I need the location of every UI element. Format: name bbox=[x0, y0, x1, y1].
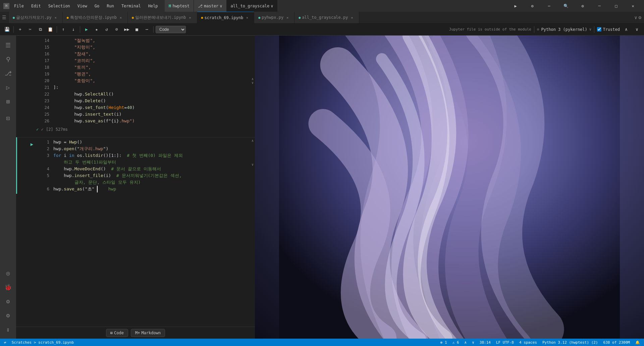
menu-file[interactable]: File bbox=[11, 3, 26, 9]
activity-btn-explorer[interactable]: ☰ bbox=[1, 38, 15, 52]
run-all-btn[interactable]: ★ bbox=[92, 25, 101, 34]
file-tabs-actions: ∨ ⚙ bbox=[632, 15, 644, 20]
kernel-chevron[interactable]: ∨ bbox=[589, 27, 592, 32]
cell-2-content[interactable]: 1 hwp = Hwp() 2 hwp.open("개구리.hwp") 3 fo… bbox=[37, 137, 250, 194]
tabs-settings-btn[interactable]: ⚙ bbox=[639, 15, 641, 20]
nav-up-btn[interactable]: ∧ bbox=[622, 25, 631, 34]
code-line-c2-3: 3 for i in os.listdir()[1:]: # 첫 번째(0) 파… bbox=[40, 152, 248, 159]
status-remote[interactable]: ⇌ bbox=[3, 340, 8, 345]
active-tab-name: all_to_grayscale bbox=[231, 4, 270, 8]
menu-edit[interactable]: Edit bbox=[29, 3, 44, 9]
scroll-down-1[interactable]: ∨ bbox=[252, 81, 254, 84]
scroll-down-2[interactable]: ∨ bbox=[252, 163, 254, 166]
code-26e: .hwp") bbox=[119, 118, 135, 124]
code-line-c2-5: 5 hwp.insert_file(i) # 문서끼워넣기(기본값은 섹션, bbox=[40, 172, 248, 179]
status-notifications[interactable]: 🔔 bbox=[634, 340, 641, 345]
file-tab-close-5[interactable]: ✕ bbox=[285, 15, 290, 20]
markdown-type-btn[interactable]: M+ Markdown bbox=[131, 329, 165, 337]
status-encoding[interactable]: LF UTF-8 bbox=[495, 340, 515, 345]
file-tab-5[interactable]: ● pyhwpx.py ✕ bbox=[254, 12, 294, 23]
cell-1-content[interactable]: 14 "절녹범", 15 "지렁이", 16 "참새", 17 bbox=[37, 36, 250, 126]
activity-btn-scm[interactable]: ⎇ bbox=[1, 66, 15, 80]
file-tab-close-3[interactable]: ✕ bbox=[187, 15, 193, 20]
status-nav-down[interactable]: ∨ bbox=[471, 340, 476, 345]
kernel-name[interactable]: Python 3 (pykernel) bbox=[541, 27, 587, 32]
more-tb-btn[interactable]: ⋯ bbox=[143, 25, 151, 34]
file-tab-6[interactable]: ● all_to_grayscale.py ✕ bbox=[294, 12, 359, 23]
tabs-more-btn[interactable]: ∨ bbox=[634, 15, 637, 20]
scroll-up-2[interactable]: ∧ bbox=[252, 139, 254, 142]
file-tab-close-2[interactable]: ✕ bbox=[118, 15, 123, 20]
activity-btn-settings[interactable]: ⚙ bbox=[1, 308, 15, 322]
c2-3c: in bbox=[69, 152, 74, 159]
settings-button[interactable]: ⚙ bbox=[575, 0, 590, 12]
nav-down-btn[interactable]: ∨ bbox=[633, 25, 641, 34]
status-errors[interactable]: ⊗ 1 bbox=[439, 340, 448, 345]
close-button[interactable]: ✕ bbox=[625, 0, 641, 12]
notebook-toolbar: 💾 + ✂ ⧉ 📋 ↑ ↓ ▶ ★ ↺ ⊘ ▶▶ ■ ⋯ Code Markdo… bbox=[0, 23, 644, 36]
sidebar-toggle[interactable]: ☰ bbox=[0, 12, 9, 23]
status-position[interactable]: 38:14 bbox=[478, 340, 492, 345]
interrupt-btn[interactable]: ↺ bbox=[102, 25, 111, 34]
activity-btn-notebooks[interactable]: ⊡ bbox=[1, 111, 15, 125]
search-button[interactable]: 🔍 bbox=[558, 0, 574, 12]
status-indent[interactable]: 4 spaces bbox=[518, 340, 538, 345]
maximize-button[interactable]: □ bbox=[608, 0, 624, 12]
cell-2-run-btn[interactable]: ▶ bbox=[29, 141, 35, 147]
cells-container[interactable]: 14 "절녹범", 15 "지렁이", 16 "참새", 17 bbox=[16, 36, 255, 327]
menu-terminal[interactable]: Terminal bbox=[119, 3, 144, 9]
file-tab-3[interactable]: ● 일러판본에내보내기.ipynb ✕ bbox=[128, 12, 197, 23]
project-tab[interactable]: H hwptest bbox=[165, 0, 194, 12]
debug-button[interactable]: ⚙ bbox=[525, 0, 540, 12]
status-nav-up[interactable]: ∧ bbox=[463, 340, 468, 345]
more-button[interactable]: ⋯ bbox=[541, 0, 557, 12]
menu-view[interactable]: View bbox=[75, 3, 90, 9]
copy-btn[interactable]: ⧉ bbox=[36, 25, 45, 34]
status-bar: ⇌ Scratches > scratch_69.ipynb ⊗ 1 ⚠ 6 ∧… bbox=[0, 339, 644, 346]
app-icon: H bbox=[3, 3, 9, 9]
cell-type-select[interactable]: Code Markdown Raw bbox=[156, 26, 186, 33]
run-cell-btn[interactable]: ▶ bbox=[82, 25, 91, 34]
stop-btn[interactable]: ■ bbox=[132, 25, 141, 34]
trusted-checkbox[interactable] bbox=[597, 27, 601, 32]
activity-btn-toggle[interactable]: ↕ bbox=[1, 323, 15, 336]
menu-run[interactable]: Run bbox=[104, 3, 117, 9]
add-cell-btn[interactable]: + bbox=[16, 25, 24, 34]
nav-up-text: ∧ bbox=[465, 340, 467, 345]
activity-btn-run[interactable]: ▷ bbox=[1, 80, 15, 94]
menu-selection[interactable]: Selection bbox=[46, 3, 73, 9]
menu-go[interactable]: Go bbox=[92, 3, 102, 9]
file-tab-close-6[interactable]: ✕ bbox=[350, 15, 355, 20]
menu-help[interactable]: Help bbox=[146, 3, 161, 9]
activity-btn-extensions[interactable]: ⊞ bbox=[1, 95, 15, 108]
status-line-count[interactable]: 638 of 2300M bbox=[602, 340, 631, 345]
file-tab-2[interactable]: ● 특정박스안의문장.ipynb ✕ bbox=[63, 12, 128, 23]
minimize-button[interactable]: ─ bbox=[592, 0, 607, 12]
status-breadcrumb[interactable]: Scratches > scratch_69.ipynb bbox=[10, 340, 75, 345]
save-btn[interactable]: 💾 bbox=[3, 25, 11, 34]
file-tab-active[interactable]: all_to_grayscale ∨ bbox=[227, 0, 278, 12]
run-button[interactable]: ▶ bbox=[508, 0, 523, 12]
file-tab-4[interactable]: ● scratch_69.ipynb ✕ bbox=[197, 12, 255, 23]
move-up-btn[interactable]: ↑ bbox=[59, 25, 68, 34]
code-line-24: 24 hwp.set_font(Height=40) bbox=[40, 104, 248, 111]
paste-btn[interactable]: 📋 bbox=[46, 25, 55, 34]
file-tab-close-4[interactable]: ✕ bbox=[245, 15, 250, 20]
scroll-up-1[interactable]: ∧ bbox=[252, 77, 254, 81]
trusted-area[interactable]: Trusted bbox=[597, 27, 620, 32]
file-tab-close-1[interactable]: ✕ bbox=[53, 15, 58, 20]
branch-tab[interactable]: ⎇ master ∨ bbox=[194, 0, 227, 12]
file-tab-1[interactable]: ● 글상자가져오기.py ✕ bbox=[9, 12, 63, 23]
code-type-btn[interactable]: ⊞ Code bbox=[106, 329, 128, 337]
kernel-indicator[interactable]: ⊙ bbox=[537, 27, 539, 32]
activity-btn-remote[interactable]: ◎ bbox=[1, 266, 15, 280]
cut-btn[interactable]: ✂ bbox=[26, 25, 35, 34]
activity-btn-debug2[interactable]: 🐞 bbox=[1, 280, 15, 294]
status-language[interactable]: Python 3.12 (hwptest) (2) bbox=[541, 340, 599, 345]
activity-btn-search[interactable]: ⚲ bbox=[1, 52, 15, 66]
status-warnings[interactable]: ⚠ 6 bbox=[451, 340, 461, 345]
run-all-above-btn[interactable]: ▶▶ bbox=[122, 25, 131, 34]
restart-clear-btn[interactable]: ⊘ bbox=[112, 25, 121, 34]
move-down-btn[interactable]: ↓ bbox=[69, 25, 78, 34]
activity-btn-account[interactable]: ⚙ bbox=[1, 294, 15, 308]
